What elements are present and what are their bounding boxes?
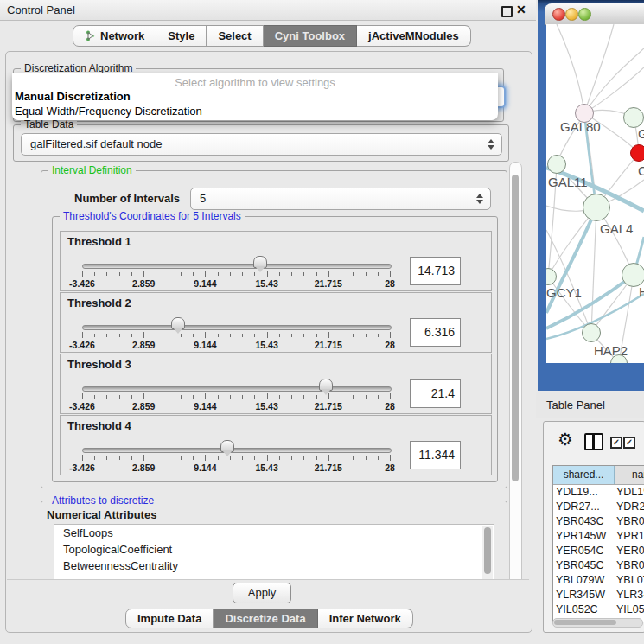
tab-label: jActiveMNodules (368, 29, 459, 42)
table-cell: YDL19... (553, 485, 614, 500)
tab-discretize-data[interactable]: Discretize Data (214, 609, 317, 628)
attribute-item-topologicalcoefficient[interactable]: TopologicalCoefficient (54, 541, 494, 558)
network-node-gal4[interactable] (583, 194, 610, 221)
slider-tick-mark (156, 456, 156, 460)
table-data-combobox[interactable]: galFiltered.sif default node (21, 133, 502, 156)
attribute-item-betweennesscentrality[interactable]: BetweennessCentrality (54, 558, 494, 574)
slider-tick-mark (181, 395, 182, 399)
table-row[interactable]: YBR043CYBR043C (553, 514, 644, 529)
slider-tick-label: 9.144 (194, 340, 216, 350)
close-icon[interactable]: ✕ (516, 3, 526, 16)
table-cell: YLR345W (614, 588, 644, 603)
slider-tick-mark (316, 272, 317, 276)
slider-tick-mark (328, 455, 329, 461)
tab-network[interactable]: Network (73, 25, 156, 47)
slider-tick-mark (254, 334, 255, 337)
table-hscroll-thumb[interactable] (554, 620, 616, 625)
tab-impute-data[interactable]: Impute Data (125, 609, 214, 628)
slider-tick-label: 2.859 (132, 340, 155, 350)
network-node-hap2[interactable] (582, 323, 601, 342)
table-row[interactable]: YDL19...YDL19... (553, 485, 644, 500)
slider-tick-mark (254, 395, 255, 399)
mac-zoom-button[interactable] (578, 8, 591, 21)
slider-tick-mark (82, 455, 83, 461)
slider-track[interactable] (82, 325, 392, 330)
tab-select[interactable]: Select (207, 25, 263, 47)
network-window-frame: GAL80GCGAL11GAL4GCY1HHAP2 (538, 0, 644, 391)
slider-thumb[interactable] (319, 379, 333, 391)
network-node-g[interactable] (623, 107, 644, 128)
node-attribute-table[interactable]: shared...name YDL19...YDL19...YDR27...YD… (552, 465, 644, 622)
slider-track[interactable] (82, 448, 392, 453)
slider-tick-mark (143, 271, 144, 277)
threshold-label: Threshold 1 (67, 235, 131, 248)
attribute-item-selfloops[interactable]: SelfLoops (54, 525, 494, 541)
network-window-titlebar[interactable] (545, 3, 644, 25)
slider-tick-mark (267, 332, 268, 338)
algorithm-option-equal-width-frequency[interactable]: Equal Width/Frequency Discretization (12, 104, 498, 118)
network-canvas[interactable]: GAL80GCGAL11GAL4GCY1HHAP2 (546, 24, 644, 363)
gear-icon[interactable]: ⚙ (558, 429, 573, 450)
slider-tick-mark (131, 334, 132, 337)
tab-cyni-toolbox[interactable]: Cyni Toolbox (264, 25, 357, 47)
columns-icon[interactable] (584, 433, 603, 450)
tab-infer-network[interactable]: Infer Network (318, 609, 413, 628)
slider-tick-mark (279, 272, 280, 276)
algorithm-option-manual-discretization[interactable]: Manual Discretization (12, 89, 498, 104)
slider-thumb[interactable] (253, 256, 267, 268)
table-row[interactable]: YER054CYER054C (553, 544, 644, 558)
table-cell: YPR145W (614, 529, 644, 544)
table-row[interactable]: YPR145WYPR145W (553, 529, 644, 544)
slider-tick-mark (205, 332, 206, 338)
slider-tick-label: 2.859 (132, 401, 155, 411)
threshold-value-field[interactable]: 6.316 (410, 318, 461, 347)
table-row[interactable]: YIL052CYIL052C (553, 603, 644, 617)
slider-track[interactable] (82, 264, 392, 269)
network-node-h[interactable] (622, 263, 644, 287)
network-node-c[interactable] (630, 144, 644, 162)
attributes-scrollbar-thumb[interactable] (484, 527, 491, 574)
checkbox-icon[interactable]: ✓ (623, 437, 635, 449)
mac-close-button[interactable] (552, 8, 565, 21)
table-horizontal-scrollbar[interactable] (552, 618, 643, 628)
slider-tick-label: 9.144 (194, 278, 216, 289)
settings-vertical-scrollbar[interactable] (509, 162, 522, 590)
network-node-gal11[interactable] (547, 155, 566, 174)
slider-tick-mark (291, 395, 292, 399)
tab-style[interactable]: Style (156, 25, 207, 47)
threshold-coordinates-group-title: Threshold's Coordinates for 5 Intervals (60, 210, 245, 222)
slider-track[interactable] (82, 386, 392, 392)
slider-thumb[interactable] (171, 317, 185, 329)
slider-tick-mark (353, 334, 354, 337)
slider-tick-mark (341, 456, 341, 460)
settings-scrollbar-thumb[interactable] (512, 175, 519, 481)
column-header-name[interactable]: name (615, 466, 644, 484)
slider-thumb[interactable] (220, 440, 234, 452)
checkbox-icon[interactable]: ✓ (610, 437, 622, 449)
mac-minimize-button[interactable] (565, 8, 578, 21)
slider-tick-label: 28 (385, 401, 395, 411)
threshold-value-field[interactable]: 11.344 (410, 441, 461, 469)
number-of-intervals-combobox[interactable]: 5 (190, 188, 491, 210)
table-row[interactable]: YBR045CYBR045C (553, 558, 644, 573)
apply-button[interactable]: Apply (233, 583, 291, 603)
slider-tick-label: 15.43 (255, 401, 277, 411)
table-row[interactable]: YLR345WYLR345W (553, 588, 644, 603)
tab-jactivemnodules[interactable]: jActiveMNodules (357, 25, 471, 47)
interval-definition-group-title: Interval Definition (48, 164, 136, 176)
float-window-icon[interactable] (501, 6, 513, 17)
threshold-value-field[interactable]: 14.713 (410, 257, 461, 285)
table-cell: YBR045C (614, 558, 644, 573)
slider-tick-mark (303, 334, 304, 337)
threshold-label: Threshold 4 (67, 419, 131, 432)
node-label: GAL11 (548, 175, 588, 189)
column-header-shared[interactable]: shared... (553, 466, 615, 484)
slider-tick-mark (366, 456, 367, 460)
table-row[interactable]: YBL079WYBL079W (553, 573, 644, 588)
slider-tick-mark (254, 456, 255, 460)
slider-tick-mark (218, 272, 219, 276)
table-row[interactable]: YDR27...YDR27... (553, 500, 644, 514)
slider-tick-mark (205, 393, 206, 399)
slider-tick-mark (94, 395, 95, 399)
threshold-value-field[interactable]: 21.4 (410, 379, 461, 408)
